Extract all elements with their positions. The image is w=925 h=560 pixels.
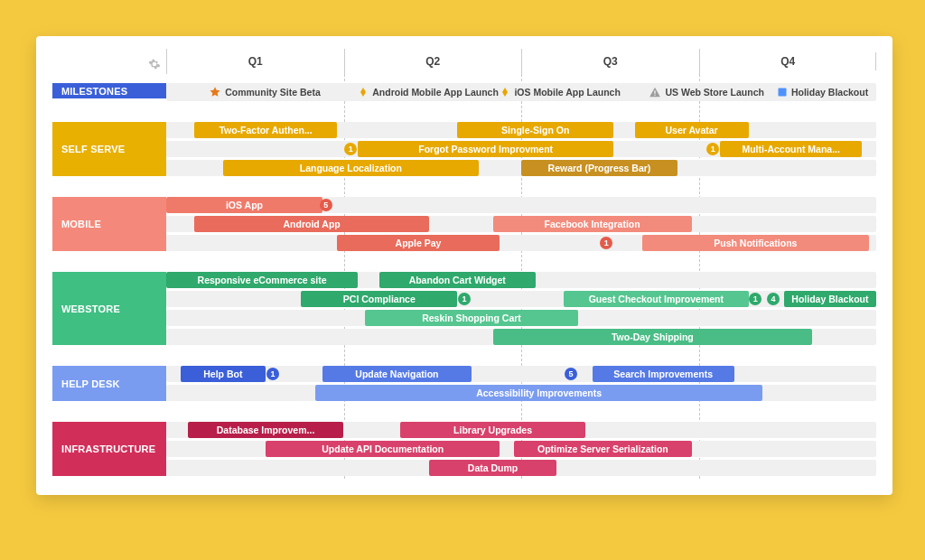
track: Data Dump (166, 460, 876, 476)
track: Responsive eCommerce siteAbandon Cart Wi… (166, 272, 876, 288)
track: Apple PayPush Notifications1 (166, 235, 876, 251)
bar-language-localization[interactable]: Language Localization (223, 160, 479, 176)
quarter-headers: Q1Q2Q3Q4 (166, 49, 876, 74)
diamond-icon (500, 86, 510, 98)
count-badge[interactable]: 1 (344, 143, 357, 155)
track: Update API DocumentationOptimize Server … (166, 441, 876, 457)
track: Two-Factor Authen...Single-Sign OnUser A… (166, 122, 876, 138)
bar-push-notifications[interactable]: Push Notifications (642, 235, 870, 251)
warning-icon (649, 86, 661, 98)
roadmap-grid: Q1Q2Q3Q4 MILESTONESCommunity Site BetaAn… (52, 49, 876, 479)
bar-library-upgrades[interactable]: Library Upgrades (400, 422, 584, 438)
bar-optimize-server-serialization[interactable]: Optimize Server Serialization (514, 441, 692, 457)
bar-reward-progress-bar-[interactable]: Reward (Progress Bar) (521, 160, 677, 176)
svg-rect-2 (778, 89, 786, 97)
bar-forgot-password-improvment[interactable]: Forgot Password Improvment (358, 141, 613, 157)
group-label-webstore[interactable]: WEBSTORE (52, 272, 166, 345)
count-badge[interactable]: 1 (706, 143, 719, 155)
milestone-label: Holiday Blackout (791, 87, 868, 98)
count-badge[interactable]: 1 (600, 237, 612, 249)
count-badge[interactable]: 1 (266, 368, 279, 380)
roadmap-card: Q1Q2Q3Q4 MILESTONESCommunity Site BetaAn… (36, 36, 892, 495)
track: Language LocalizationReward (Progress Ba… (166, 160, 876, 176)
settings-corner[interactable] (52, 49, 166, 74)
svg-rect-0 (655, 90, 656, 94)
track: Forgot Password ImprovmentMulti-Account … (166, 141, 876, 157)
group-label-infrastructure[interactable]: INFRASTRUCTURE (52, 422, 166, 476)
group-label-self-serve[interactable]: SELF SERVE (52, 122, 166, 176)
group-label-help-desk[interactable]: HELP DESK (52, 366, 166, 401)
diamond-icon (358, 86, 369, 98)
bar-search-improvements[interactable]: Search Improvements (593, 366, 734, 382)
bar-responsive-ecommerce-site[interactable]: Responsive eCommerce site (166, 272, 358, 288)
track: Community Site BetaAndroid Mobile App La… (166, 83, 876, 101)
bar-pci-compliance[interactable]: PCI Compliance (301, 291, 457, 307)
track: Two-Day Shipping (166, 329, 876, 345)
milestone-label: Community Site Beta (225, 87, 321, 98)
milestone-label: Android Mobile App Launch (372, 87, 499, 98)
count-badge[interactable]: 5 (565, 368, 577, 380)
track: Android AppFacebook Integration (166, 216, 876, 232)
bar-update-api-documentation[interactable]: Update API Documentation (266, 441, 500, 457)
count-badge[interactable]: 5 (320, 199, 332, 211)
bar-ios-app[interactable]: iOS App (166, 197, 322, 213)
count-badge[interactable]: 1 (749, 293, 761, 305)
group-label-mobile[interactable]: MOBILE (52, 197, 166, 251)
bar-two-factor-authen-[interactable]: Two-Factor Authen... (194, 122, 336, 138)
track: Reskin Shopping Cart (166, 310, 876, 326)
gear-icon (148, 58, 161, 70)
bar-database-improvem-[interactable]: Database Improvem... (188, 422, 344, 438)
bar-update-navigation[interactable]: Update Navigation (322, 366, 472, 382)
quarter-header: Q3 (521, 49, 699, 74)
milestone-label: US Web Store Launch (665, 87, 764, 98)
bar-single-sign-on[interactable]: Single-Sign On (457, 122, 613, 138)
count-badge[interactable]: 4 (767, 293, 780, 305)
bar-abandon-cart-widget[interactable]: Abandon Cart Widget (379, 272, 536, 288)
square-icon (777, 87, 788, 98)
bar-holiday-blackout[interactable]: Holiday Blackout (784, 291, 876, 307)
star-icon (209, 86, 221, 98)
milestone-label: iOS Mobile App Launch (514, 87, 620, 98)
track: PCI ComplianceGuest Checkout Improvement… (166, 291, 876, 307)
bar-multi-account-mana-[interactable]: Multi-Account Mana... (720, 141, 862, 157)
bar-android-app[interactable]: Android App (194, 216, 428, 232)
milestone-android-mobile-app-launch[interactable]: Android Mobile App Launch (358, 83, 499, 101)
milestone-us-web-store-launch[interactable]: US Web Store Launch (649, 83, 764, 101)
bar-facebook-integration[interactable]: Facebook Integration (493, 216, 692, 232)
milestone-holiday-blackout[interactable]: Holiday Blackout (777, 83, 868, 101)
bar-apple-pay[interactable]: Apple Pay (337, 235, 500, 251)
track: iOS App5 (166, 197, 876, 213)
track: Database Improvem...Library Upgrades (166, 422, 876, 438)
svg-rect-1 (655, 95, 656, 96)
milestone-community-site-beta[interactable]: Community Site Beta (209, 83, 321, 101)
bar-accessibility-improvements[interactable]: Accessibility Improvements (315, 385, 762, 401)
track: Accessibility Improvements (166, 385, 876, 401)
count-badge[interactable]: 1 (458, 293, 471, 305)
bar-help-bot[interactable]: Help Bot (181, 366, 266, 382)
bar-user-avatar[interactable]: User Avatar (635, 122, 749, 138)
bar-data-dump[interactable]: Data Dump (429, 460, 556, 476)
group-label-milestones[interactable]: MILESTONES (52, 83, 166, 98)
bar-guest-checkout-improvement[interactable]: Guest Checkout Improvement (564, 291, 748, 307)
track: Help BotUpdate NavigationSearch Improvem… (166, 366, 876, 382)
bar-two-day-shipping[interactable]: Two-Day Shipping (493, 329, 813, 345)
quarter-header: Q2 (344, 49, 522, 74)
bar-reskin-shopping-cart[interactable]: Reskin Shopping Cart (365, 310, 578, 326)
milestone-ios-mobile-app-launch[interactable]: iOS Mobile App Launch (500, 83, 620, 101)
quarter-header: Q4 (699, 49, 877, 74)
quarter-header: Q1 (166, 49, 344, 74)
